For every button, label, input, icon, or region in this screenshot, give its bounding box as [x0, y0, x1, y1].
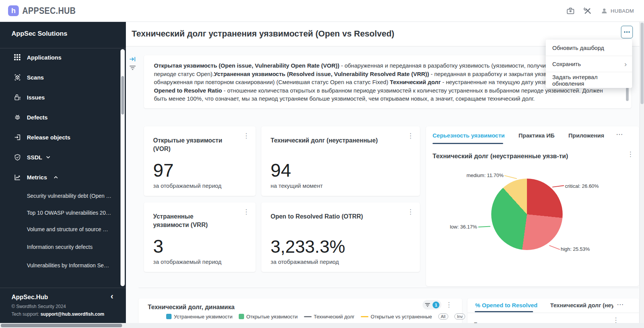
copyright-label: © Swordfish Security 2024 [12, 304, 66, 309]
tabs-overflow-button[interactable]: ⋯ [616, 131, 623, 138]
page-scrollbar-thumb[interactable] [641, 23, 644, 104]
sidebar-item-metrics[interactable]: Metrics [0, 171, 120, 183]
pie-leader-high [549, 245, 560, 250]
support-prefix: Tech support: [12, 311, 40, 317]
support-email-link[interactable]: support@hub.swordfish.com [40, 311, 104, 317]
topbar: h APPSEC.HUB [0, 0, 644, 22]
legend-swatch [239, 314, 244, 319]
user-menu[interactable]: HUBADM [601, 7, 634, 15]
toolbox-button[interactable] [566, 7, 575, 15]
pin-panel-icon[interactable] [129, 56, 136, 62]
sidebar-metric-security-vulnerability-debt[interactable]: Security vulnerability debt (Open … [27, 193, 119, 200]
sidebar-metric-infosec-defects[interactable]: Information security defects [27, 244, 119, 252]
sidebar-item-label: SSDL [27, 154, 42, 161]
tab-security-practice[interactable]: Практика ИБ [519, 132, 555, 139]
vor-card-title: Открытые уязвимости (VOR) [153, 136, 239, 153]
sidebar-item-label: Release objects [27, 134, 70, 141]
vrr-card: Устраненные уязвимости (VRR) ⋮ 3 за отоб… [144, 202, 256, 272]
dashboard-more-button[interactable]: ⋯ [621, 26, 633, 38]
sidebar-item-release-objects[interactable]: Release objects [0, 131, 120, 143]
sidebar-item-label: Applications [27, 54, 61, 61]
legend-invert-button[interactable]: Inv [454, 313, 466, 320]
pie-leader-critical [552, 185, 564, 187]
dynamics-title: Технический долг, динамика [148, 303, 234, 311]
menu-item-set-refresh-interval[interactable]: Задать интервал обновления [546, 72, 632, 88]
tab-percent-opened-to-resolved[interactable]: % Opened to Resolved [475, 302, 538, 308]
kebab-menu-icon[interactable]: ⋮ [407, 133, 414, 139]
legend-item-resolved[interactable]: Устраненные уязвимости [166, 314, 233, 320]
pie-chart-title: Технический долг (неустраненные уязв-ти) [433, 152, 568, 160]
username-label: HUBADM [611, 8, 634, 14]
chart-filter-chip[interactable]: 1 [423, 300, 441, 310]
pie-label-critical: critical: 26.60% [565, 183, 599, 189]
sidebar: AppSec Solutions Applications Scans [0, 22, 126, 328]
tab-severity[interactable]: Серьезность уязвимости [433, 132, 505, 139]
legend-item-open[interactable]: Открытые уязвимости [239, 314, 298, 320]
briefcase-icon [566, 7, 575, 15]
chevron-down-icon [45, 154, 51, 160]
menu-item-save[interactable]: Сохранить › [546, 56, 632, 72]
legend-line-swatch [361, 316, 368, 317]
menu-item-refresh-dashboard[interactable]: Обновить дашборд [546, 40, 632, 56]
section-divider [139, 288, 639, 288]
legend-label: Открытые vs устраненные [371, 314, 432, 320]
kebab-menu-icon[interactable]: ⋮ [243, 133, 249, 139]
sidebar-item-label: Scans [27, 74, 44, 81]
severity-pie-card: Серьезность уязвимости Практика ИБ Прило… [426, 126, 639, 286]
tab-tech-debt-clipped[interactable]: Технический долг (неуст [550, 302, 613, 308]
horizontal-scrollbar-thumb[interactable] [1, 324, 122, 327]
vor-value: 97 [153, 161, 246, 180]
sidebar-item-issues[interactable]: Issues [0, 91, 120, 103]
sidebar-item-scans[interactable]: Scans [0, 71, 120, 83]
tools-icon [583, 7, 592, 15]
sidebar-metric-vulns-by-infosec[interactable]: Vulnerabilities by Information Se… [27, 262, 119, 270]
vor-card: Открытые уязвимости (VOR) ⋮ 97 за отобра… [144, 126, 256, 196]
admin-tools-button[interactable] [583, 7, 592, 15]
otrr-caption: за отображаемый период [271, 258, 411, 265]
legend-item-tech-debt[interactable]: Технический долг [304, 314, 355, 320]
tech-support-label: Tech support: support@hub.swordfish.com [12, 311, 104, 317]
sidebar-item-applications[interactable]: Applications [0, 51, 120, 63]
legend-select-all-button[interactable]: All [438, 313, 448, 320]
active-tab-underline [433, 143, 503, 144]
active-tab-underline [475, 311, 533, 312]
kebab-menu-icon[interactable]: ⋮ [407, 209, 414, 215]
sidebar-item-defects[interactable]: Defects [0, 111, 120, 123]
legend-line-swatch [304, 316, 312, 317]
tabs-overflow-button[interactable]: ⋯ [617, 301, 624, 308]
kebab-menu-icon[interactable]: ⋮ [446, 301, 452, 308]
chevron-up-icon [53, 174, 59, 180]
sidebar-item-label: Issues [27, 94, 45, 101]
metric-description-text: Открытая уязвимость (Open issue, Vulnera… [154, 61, 611, 103]
desc-term-resolved-issue: Устраненная уязвимость (Resolved issue, … [214, 71, 429, 77]
legend-item-open-vs-resolved[interactable]: Открытые vs устраненные [361, 314, 432, 320]
tech-debt-value: 94 [271, 161, 411, 180]
pie-leader-medium [504, 175, 517, 179]
kebab-menu-icon[interactable]: ⋮ [613, 317, 619, 323]
apps-grid-icon [13, 53, 21, 61]
sidebar-footer-appname: AppSec.Hub [12, 294, 48, 301]
sidebar-item-label: Defects [27, 114, 48, 121]
legend-label: Технический долг [314, 314, 355, 320]
legend-swatch [166, 314, 172, 319]
filter-list-icon[interactable] [129, 65, 136, 71]
sidebar-metric-volume-structure[interactable]: Volume and structure of source … [27, 226, 119, 234]
sidebar-section-title: AppSec Solutions [12, 30, 67, 38]
sidebar-scrollbar-thumb[interactable] [121, 76, 124, 114]
appsec-logo-icon: h [8, 5, 19, 16]
severity-pie[interactable] [491, 179, 563, 250]
description-scrollbar-thumb[interactable] [626, 87, 629, 101]
sidebar-item-ssdl[interactable]: SSDL [0, 151, 120, 163]
bug-icon [13, 113, 21, 121]
tab-applications[interactable]: Приложения [568, 132, 604, 139]
filter-list-icon [424, 302, 431, 308]
pie-leader-low [478, 226, 490, 227]
kebab-menu-icon[interactable]: ⋮ [627, 151, 634, 157]
kebab-menu-icon[interactable]: ⋮ [243, 209, 249, 215]
otrr-card-title: Open to Resolved Ratio (OTRR) [271, 212, 411, 221]
tech-debt-card: Технический долг (неустраненные) ⋮ 94 на… [261, 126, 420, 196]
sidebar-metric-top10-owasp[interactable]: Top 10 OWASP vulnerabilities 20… [27, 210, 119, 217]
vrr-value: 3 [153, 237, 246, 256]
ellipsis-icon: ⋯ [624, 28, 630, 36]
sidebar-collapse-button[interactable]: ‹ [111, 292, 113, 301]
